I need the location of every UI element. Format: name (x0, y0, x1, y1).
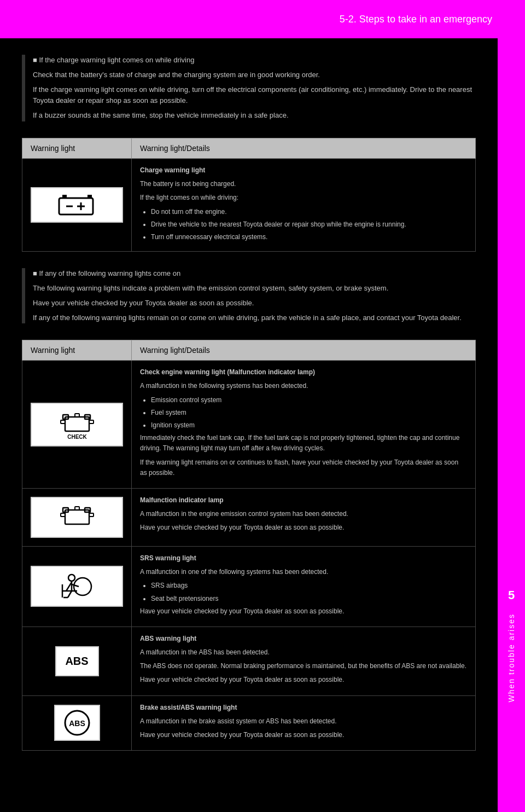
srs-detail-cell: SRS warning light A malfunction in one o… (132, 546, 476, 627)
engine-plain-detail-cell: Malfunction indicator lamp A malfunction… (132, 488, 476, 546)
engine-plain-icon-cell (22, 488, 132, 546)
abs-label: ABS (65, 655, 88, 668)
section1-text2: Check that the battery's state of charge… (33, 69, 476, 81)
svg-text:CHECK: CHECK (67, 434, 87, 440)
section2-text4: If any of the following warning lights r… (33, 312, 476, 324)
section-emission-warning: ■ If any of the following warning lights… (22, 268, 476, 323)
table-row: Charge warning light The battery is not … (22, 158, 476, 251)
abs-circle-icon-box: ABS (54, 705, 100, 741)
srs-detail-text: SRS warning light A malfunction in one o… (140, 553, 467, 617)
section-bar-1 (22, 55, 25, 121)
svg-rect-18 (75, 507, 79, 510)
table-row: SRS warning light A malfunction in one o… (22, 546, 476, 627)
srs-icon-cell (22, 546, 132, 627)
section2-text3: Have your vehicle checked by your Toyota… (33, 298, 476, 309)
check-engine-detail-cell: Check engine warning light (Malfunction … (132, 361, 476, 489)
svg-rect-0 (59, 198, 93, 214)
warning-table-2: Warning light Warning light/Details (22, 340, 476, 751)
abs-icon-box: ABS (55, 646, 99, 676)
chapter-label: When trouble arises (507, 613, 516, 703)
section-bar-2 (22, 268, 25, 323)
engine-plain-icon-box (31, 497, 123, 538)
table-row: ABS ABS warning light A malfunction in t… (22, 627, 476, 695)
section1-text1: ■ If the charge warning light comes on w… (33, 55, 476, 66)
battery-icon-cell (22, 158, 132, 251)
check-engine-icon-box: CHECK (31, 403, 123, 446)
table-row: CHECK Check engine warning light (Malfun… (22, 361, 476, 489)
check-engine-icon: CHECK (57, 408, 97, 441)
srs-airbag-icon (58, 571, 96, 601)
svg-rect-11 (75, 414, 79, 417)
table2-header-light: Warning light (22, 340, 132, 361)
chapter-tab: 5 When trouble arises (498, 38, 525, 812)
abs-detail-text: ABS warning light A malfunction in the A… (140, 634, 467, 686)
engine-plain-detail-text: Malfunction indicator lamp A malfunction… (140, 495, 467, 533)
table2-header-details: Warning light/Details (132, 340, 476, 361)
section1-text4: If a buzzer sounds at the same time, sto… (33, 110, 476, 121)
svg-text:ABS: ABS (69, 719, 85, 728)
svg-rect-2 (62, 195, 67, 198)
abs-circle-detail-text: Brake assist/ABS warning light A malfunc… (140, 703, 467, 741)
section2-text2: The following warning lights indicate a … (33, 283, 476, 294)
chapter-number: 5 (508, 588, 515, 602)
svg-rect-1 (88, 195, 92, 198)
table1-header-details: Warning light/Details (132, 138, 476, 158)
engine-plain-icon (57, 502, 97, 532)
battery-icon-box (31, 187, 123, 223)
battery-detail-cell: Charge warning light The battery is not … (132, 158, 476, 251)
check-engine-icon-cell: CHECK (22, 361, 132, 489)
abs-circle-detail-cell: Brake assist/ABS warning light A malfunc… (132, 695, 476, 751)
main-content: ■ If the charge warning light comes on w… (0, 38, 498, 789)
table-row: ABS Brake assist/ABS warning light A mal… (22, 695, 476, 751)
header-bar: 5-2. Steps to take in an emergency (0, 0, 525, 38)
abs-icon-cell: ABS (22, 627, 132, 695)
abs-circle-icon: ABS (60, 708, 95, 738)
battery-icon (58, 193, 96, 217)
srs-icon-box (31, 566, 123, 607)
svg-line-21 (66, 582, 72, 591)
section2-text1: ■ If any of the following warning lights… (33, 268, 476, 280)
table1-header-light: Warning light (22, 138, 132, 158)
warning-table-1: Warning light Warning light/Details (22, 138, 476, 252)
battery-detail-text: Charge warning light The battery is not … (140, 165, 467, 242)
svg-line-22 (72, 584, 79, 587)
section1-text3: If the charge warning light comes on whi… (33, 84, 476, 107)
svg-point-19 (68, 575, 75, 581)
table-row: Malfunction indicator lamp A malfunction… (22, 488, 476, 546)
svg-line-23 (68, 591, 72, 598)
page-title: 5-2. Steps to take in an emergency (340, 14, 492, 25)
abs-detail-cell: ABS warning light A malfunction in the A… (132, 627, 476, 695)
check-engine-detail-text: Check engine warning light (Malfunction … (140, 367, 467, 478)
section-charge-warning: ■ If the charge warning light comes on w… (22, 55, 476, 121)
abs-circle-icon-cell: ABS (22, 695, 132, 751)
